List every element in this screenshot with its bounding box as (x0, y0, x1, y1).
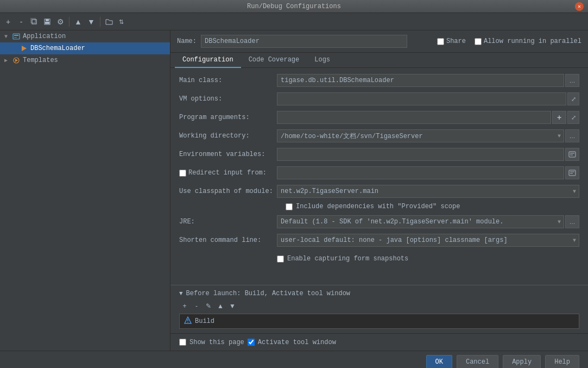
action-buttons-bar: OK Cancel Apply Help (0, 351, 588, 368)
svg-rect-6 (13, 34, 20, 39)
before-launch-up-button[interactable]: ▲ (215, 301, 226, 311)
jre-label: JRE: (179, 218, 277, 226)
redirect-input-checkbox[interactable] (179, 170, 186, 177)
tree-item-templates[interactable]: ▶ Templates (0, 54, 170, 66)
tab-configuration[interactable]: Configuration (175, 53, 241, 68)
env-vars-label: Environment variables: (179, 151, 277, 158)
include-deps-label: Include dependencies with "Provided" sco… (296, 203, 460, 210)
build-icon (184, 316, 192, 326)
move-up-button[interactable]: ▲ (72, 16, 84, 28)
close-button[interactable]: ✕ (575, 2, 584, 11)
tab-logs[interactable]: Logs (307, 53, 338, 68)
tab-code-coverage[interactable]: Code Coverage (241, 53, 307, 68)
sort-button[interactable]: ⇅ (116, 16, 128, 28)
jre-select[interactable]: Default (1.8 - SDK of 'net.w2p.TigaseSer… (277, 215, 564, 228)
move-down-button[interactable]: ▼ (85, 16, 97, 28)
vm-options-input-group: ⤢ (277, 92, 579, 105)
allow-parallel-checkbox[interactable] (475, 38, 482, 45)
before-launch-section: ▼ Before launch: Build, Activate tool wi… (170, 285, 588, 333)
working-dir-input[interactable] (277, 129, 564, 142)
env-vars-browse-button[interactable] (565, 148, 579, 161)
program-args-input-group: + ⤢ (277, 111, 579, 124)
main-class-input[interactable] (277, 74, 564, 87)
redirect-input-input[interactable] (277, 166, 564, 179)
before-launch-add-button[interactable]: + (179, 301, 190, 311)
share-checkbox[interactable] (437, 38, 444, 45)
config-content: Main class: … VM options: ⤢ Program argu… (170, 68, 588, 285)
tree-application-group[interactable]: ▼ Application (0, 30, 170, 42)
copy-config-button[interactable] (28, 16, 40, 28)
tree-item-dbschemaloader[interactable]: DBSchemaLoader (0, 42, 170, 54)
add-config-button[interactable]: + (2, 16, 14, 28)
working-dir-input-group: ▼ … (277, 129, 579, 142)
folder-button[interactable] (103, 16, 115, 28)
dbschemaloader-label: DBSchemaLoader (30, 45, 85, 52)
svg-rect-1 (31, 18, 35, 23)
before-launch-collapse-arrow[interactable]: ▼ (179, 290, 183, 297)
share-checkbox-label[interactable]: Share (437, 38, 466, 45)
svg-marker-9 (22, 46, 27, 51)
settings-button[interactable]: ⚙ (54, 16, 66, 28)
allow-parallel-checkbox-label[interactable]: Allow running in parallel (475, 38, 581, 45)
env-vars-input[interactable] (277, 148, 564, 161)
include-deps-checkbox[interactable] (286, 203, 293, 210)
enable-capturing-checkbox[interactable] (277, 255, 284, 263)
svg-rect-0 (32, 20, 36, 24)
program-args-input[interactable] (277, 111, 551, 124)
main-class-row: Main class: … (179, 73, 579, 88)
right-panel: Name: Share Allow running in parallel Co… (170, 30, 588, 351)
apply-button[interactable]: Apply (503, 355, 541, 369)
include-deps-row: Include dependencies with "Provided" sco… (179, 203, 579, 210)
activate-tool-window-checkbox[interactable] (248, 339, 255, 346)
name-input[interactable] (201, 35, 407, 48)
templates-label: Templates (23, 57, 58, 64)
ok-button[interactable]: OK (426, 355, 452, 369)
redirect-input-row: Redirect input from: (179, 166, 579, 180)
shorten-cmd-select[interactable]: user-local default: none - java [options… (277, 234, 579, 247)
share-label: Share (446, 38, 466, 45)
vm-options-expand-button[interactable]: ⤢ (567, 92, 579, 105)
redirect-input-label: Redirect input from: (179, 169, 277, 177)
save-config-button[interactable] (41, 16, 53, 28)
title-bar: Run/Debug Configurations ✕ (0, 0, 588, 13)
program-args-add-button[interactable]: + (552, 111, 566, 124)
main-class-browse-button[interactable]: … (565, 74, 579, 87)
name-bar: Name: Share Allow running in parallel (170, 30, 588, 53)
classpath-module-select[interactable]: net.w2p.TigaseServer.main (277, 185, 579, 198)
svg-rect-15 (569, 170, 576, 176)
before-launch-toolbar: + - ✎ ▲ ▼ (179, 301, 579, 311)
run-config-icon (20, 44, 28, 53)
working-dir-row: Working directory: ▼ … (179, 129, 579, 143)
svg-rect-4 (45, 22, 49, 24)
tree-arrow-templates: ▶ (4, 57, 12, 64)
program-args-expand-button[interactable]: ⤢ (567, 111, 579, 124)
toolbar-separator-1 (69, 17, 69, 27)
redirect-input-input-group (277, 166, 579, 179)
svg-marker-11 (15, 59, 18, 62)
svg-rect-8 (14, 37, 17, 38)
templates-icon (12, 56, 21, 65)
svg-text:⇅: ⇅ (119, 18, 124, 25)
activate-tool-window-label: Activate tool window (258, 339, 336, 346)
before-launch-list: Build (179, 314, 579, 329)
toolbar-separator-2 (100, 17, 100, 27)
bottom-checkbox-row: Show this page Activate tool window (179, 339, 579, 346)
before-launch-edit-button[interactable]: ✎ (203, 301, 214, 311)
remove-config-button[interactable]: - (15, 16, 27, 28)
help-button[interactable]: Help (545, 355, 579, 369)
before-launch-down-button[interactable]: ▼ (227, 301, 238, 311)
jre-input-group: Default (1.8 - SDK of 'net.w2p.TigaseSer… (277, 215, 579, 228)
vm-options-input[interactable] (277, 92, 566, 105)
redirect-input-browse-button[interactable] (565, 166, 579, 179)
cancel-button[interactable]: Cancel (457, 355, 498, 369)
working-dir-browse-button[interactable]: … (565, 129, 579, 142)
program-args-row: Program arguments: + ⤢ (179, 110, 579, 124)
before-launch-remove-button[interactable]: - (191, 301, 202, 311)
svg-rect-12 (569, 152, 576, 157)
enable-capturing-group: Enable capturing form snapshots (277, 255, 408, 263)
vm-options-row: VM options: ⤢ (179, 92, 579, 106)
show-this-page-checkbox[interactable] (179, 339, 186, 346)
jre-row: JRE: Default (1.8 - SDK of 'net.w2p.Tiga… (179, 215, 579, 229)
jre-browse-button[interactable]: … (565, 215, 579, 228)
tabs-bar: Configuration Code Coverage Logs (170, 53, 588, 68)
